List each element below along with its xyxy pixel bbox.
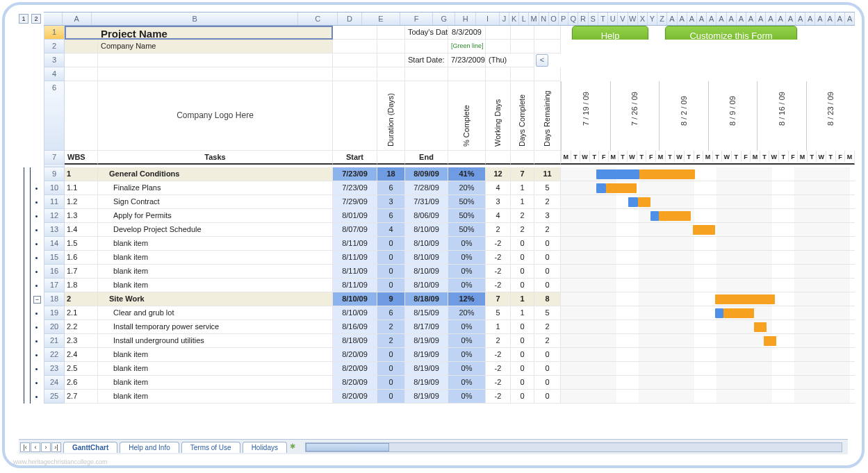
cell-end[interactable]: 8/19/09 — [405, 348, 448, 362]
cell-start[interactable]: 8/20/09 — [333, 390, 377, 404]
cell-working-days[interactable]: -2 — [486, 251, 511, 265]
gantt-scroll-left[interactable]: < — [536, 54, 548, 67]
col-header-narrow[interactable]: X — [638, 13, 648, 25]
col-header-narrow[interactable]: A — [835, 13, 845, 25]
cell-pct[interactable]: 20% — [448, 306, 486, 320]
col-header-B[interactable]: B — [92, 13, 299, 25]
cell-days-remaining[interactable]: 0 — [534, 376, 561, 390]
col-header-narrow[interactable]: A — [716, 13, 726, 25]
col-header-narrow[interactable]: A — [667, 13, 677, 25]
table-row[interactable]: 2.1Clear and grub lot8/10/0968/15/0920%5… — [65, 306, 855, 320]
cell-task[interactable]: blank item — [98, 390, 333, 404]
cell-days-complete[interactable]: 0 — [511, 265, 534, 279]
cell-days-remaining[interactable]: 2 — [534, 223, 561, 237]
cell-wbs[interactable]: 2.6 — [65, 376, 98, 390]
col-header-narrow[interactable]: A — [746, 13, 756, 25]
cell-task[interactable]: Install underground utilities — [98, 334, 333, 348]
row-header-10[interactable]: 10 — [44, 181, 65, 195]
row-header-18[interactable]: 18 — [44, 292, 65, 306]
cell-task[interactable]: Clear and grub lot — [98, 306, 333, 320]
row-header-13[interactable]: 13 — [44, 223, 65, 237]
col-header-narrow[interactable]: S — [589, 13, 598, 25]
cell-working-days[interactable]: 4 — [486, 209, 511, 223]
row-header-6[interactable]: 6 — [44, 81, 65, 151]
sheet-tab[interactable]: Help and Info — [120, 442, 179, 453]
insert-worksheet-icon[interactable]: ✱ — [290, 442, 300, 452]
row-header-15[interactable]: 15 — [44, 251, 65, 265]
cell-pct[interactable]: 0% — [448, 376, 486, 390]
cell-days-remaining[interactable]: 0 — [534, 390, 561, 404]
cell-wbs[interactable]: 2.4 — [65, 348, 98, 362]
cell-wbs[interactable]: 2.7 — [65, 390, 98, 404]
tab-nav-next[interactable]: › — [41, 442, 51, 452]
tab-nav-last[interactable]: ›| — [51, 442, 61, 452]
cell-task[interactable]: blank item — [98, 265, 333, 279]
cell-end[interactable]: 8/09/09 — [405, 167, 448, 181]
cell-wbs[interactable]: 2 — [65, 292, 98, 306]
cell-duration[interactable]: 0 — [377, 348, 405, 362]
cell-end[interactable]: 8/17/09 — [405, 320, 448, 334]
cell-start[interactable]: 8/16/09 — [333, 320, 377, 334]
cell-start[interactable]: 8/10/09 — [333, 306, 377, 320]
cell-days-remaining[interactable]: 0 — [534, 265, 561, 279]
cell-pct[interactable]: 50% — [448, 195, 486, 209]
cell-days-complete[interactable]: 1 — [511, 292, 534, 306]
cell-task[interactable]: Install temporary power service — [98, 320, 333, 334]
cell-start[interactable]: 8/20/09 — [333, 348, 377, 362]
row-header-19[interactable]: 19 — [44, 306, 65, 320]
cell-wbs[interactable]: 1.2 — [65, 195, 98, 209]
cell-task[interactable]: Sign Contract — [98, 195, 333, 209]
sheet-tab[interactable]: Terms of Use — [181, 442, 240, 453]
row-header-25[interactable]: 25 — [44, 390, 65, 404]
cell-working-days[interactable]: -2 — [486, 279, 511, 292]
col-header-narrow[interactable]: A — [845, 13, 855, 25]
col-header-narrow[interactable]: V — [618, 13, 628, 25]
row-header-3[interactable]: 3 — [44, 53, 65, 67]
cell-wbs[interactable]: 1.3 — [65, 209, 98, 223]
todays-date-value[interactable]: 8/3/2009 — [448, 26, 486, 40]
cell-wbs[interactable]: 1.4 — [65, 223, 98, 237]
cell-end[interactable]: 8/19/09 — [405, 390, 448, 404]
row-header-20[interactable]: 20 — [44, 320, 65, 334]
cell-task[interactable]: blank item — [98, 237, 333, 251]
cell-start[interactable]: 8/20/09 — [333, 362, 377, 376]
customize-form-button[interactable]: Customize this Form — [665, 26, 797, 40]
cell-end[interactable]: 8/18/09 — [405, 292, 448, 306]
horizontal-scrollbar[interactable] — [305, 442, 842, 452]
col-header-narrow[interactable]: L — [519, 13, 529, 25]
cell-pct[interactable]: 0% — [448, 279, 486, 292]
cell-wbs[interactable]: 2.2 — [65, 320, 98, 334]
col-header-narrow[interactable]: P — [559, 13, 568, 25]
cell-end[interactable]: 8/19/09 — [405, 376, 448, 390]
col-header-narrow[interactable]: M — [529, 13, 539, 25]
table-row[interactable]: 2.6blank item8/20/0908/19/090%-200 — [65, 376, 855, 390]
cell-task[interactable]: Finalize Plans — [98, 181, 333, 195]
cell-duration[interactable]: 3 — [377, 195, 405, 209]
col-header-narrow[interactable]: A — [707, 13, 716, 25]
cell-days-remaining[interactable]: 5 — [534, 181, 561, 195]
cell-end[interactable]: 8/10/09 — [405, 237, 448, 251]
cell-days-complete[interactable]: 0 — [511, 251, 534, 265]
table-row[interactable]: 1General Conditions7/23/09188/09/0941%12… — [65, 167, 855, 181]
cell-duration[interactable]: 2 — [377, 334, 405, 348]
col-header-narrow[interactable]: A — [815, 13, 825, 25]
cell-pct[interactable]: 0% — [448, 320, 486, 334]
cell-end[interactable]: 8/19/09 — [405, 362, 448, 376]
start-date-value[interactable]: 7/23/2009 — [448, 53, 486, 67]
col-header-narrow[interactable]: J — [500, 13, 509, 25]
col-header-narrow[interactable]: A — [756, 13, 766, 25]
col-header-narrow[interactable]: A — [678, 13, 687, 25]
cell-pct[interactable]: 50% — [448, 223, 486, 237]
project-name-cell[interactable]: Project Name — [98, 26, 333, 40]
table-row[interactable]: 1.2Sign Contract7/29/0937/31/0950%312 — [65, 195, 855, 209]
cell-days-remaining[interactable]: 8 — [534, 292, 561, 306]
col-header-I[interactable]: I — [476, 13, 500, 25]
cell-pct[interactable]: 0% — [448, 265, 486, 279]
cell-working-days[interactable]: 2 — [486, 223, 511, 237]
cell-A1[interactable] — [65, 26, 98, 40]
col-header-D[interactable]: D — [338, 13, 362, 25]
cell-duration[interactable]: 0 — [377, 251, 405, 265]
table-row[interactable]: 1.3Apply for Permits8/01/0968/06/0950%42… — [65, 209, 855, 223]
cell-days-complete[interactable]: 0 — [511, 376, 534, 390]
cell-days-remaining[interactable]: 0 — [534, 362, 561, 376]
